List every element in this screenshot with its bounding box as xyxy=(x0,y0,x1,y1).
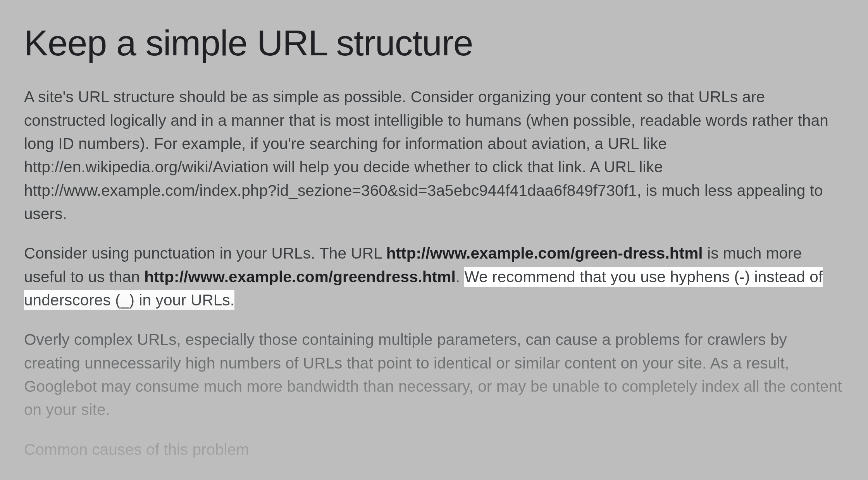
article-page: Keep a simple URL structure A site's URL… xyxy=(0,0,868,480)
p2-url-bad: http://www.example.com/greendress.html xyxy=(144,268,455,286)
p2-url-good: http://www.example.com/green-dress.html xyxy=(386,244,703,262)
page-title: Keep a simple URL structure xyxy=(24,23,844,63)
p2-text-3: . xyxy=(456,268,465,286)
p2-text-1: Consider using punctuation in your URLs.… xyxy=(24,244,386,262)
paragraph-3: Overly complex URLs, especially those co… xyxy=(24,328,844,421)
paragraph-1: A site's URL structure should be as simp… xyxy=(24,85,844,225)
paragraph-2: Consider using punctuation in your URLs.… xyxy=(24,242,844,312)
section-heading-common-causes: Common causes of this problem xyxy=(24,438,844,461)
